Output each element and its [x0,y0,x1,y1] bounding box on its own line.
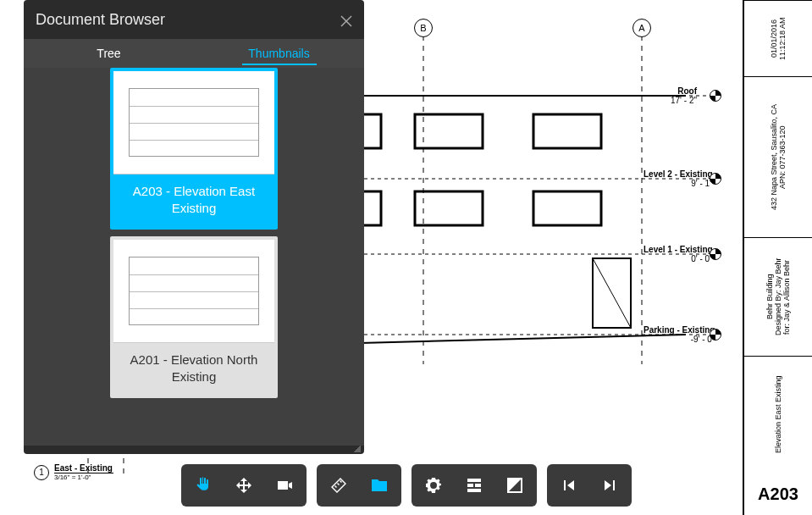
folder-icon [369,475,389,496]
properties-button[interactable] [454,466,494,505]
document-browser: Document Browser Tree Thumbnails A203 - … [24,0,364,454]
prev-sheet-button[interactable] [549,466,589,505]
callout-level1-label: Level 1 - Existing [644,245,713,254]
grid-bubble-a: A [632,19,651,37]
measure-button[interactable] [318,466,359,505]
svg-rect-11 [415,114,483,148]
thumbnail-card[interactable]: A203 - Elevation East Existing [110,68,278,230]
toolbar-group-paging [547,464,632,507]
thumbnail-label: A201 - Elevation North Existing [113,343,274,395]
contrast-icon [505,475,525,496]
thumbnails-list: A203 - Elevation East Existing A201 - El… [24,68,364,446]
toolbar-group-tools [317,464,401,507]
callout-level1-elev: 0' - 0" [644,254,713,263]
svg-line-17 [593,258,631,328]
callout-level2-label: Level 2 - Existing [644,169,713,179]
callout-roof-elev: 17' - 2" [671,96,697,105]
svg-rect-33 [467,489,481,492]
grid-bubble-b: B [414,19,433,37]
camera-button[interactable] [264,466,305,505]
document-browser-resize-handle[interactable] [24,446,364,454]
pan-button[interactable] [183,466,224,505]
section-marker: 1 East - Existing 3/16" = 1'-0" [34,463,113,481]
settings-button[interactable] [413,466,454,505]
section-title: East - Existing [54,463,113,473]
callout-roof-label: Roof [671,86,697,96]
tab-thumbnails[interactable]: Thumbnails [194,39,364,68]
model-structure-button[interactable] [494,466,535,505]
section-number: 1 [34,465,49,480]
thumbnail-preview [113,71,274,174]
properties-icon [464,475,484,496]
ruler-icon [329,475,349,496]
svg-rect-12 [533,114,601,148]
datum-mark-level1 [710,248,721,260]
camera-icon [274,475,295,496]
svg-rect-14 [415,191,483,225]
viewer-toolbar [181,464,632,507]
toolbar-group-nav [181,464,307,507]
close-icon[interactable] [340,14,352,25]
document-browser-tabs: Tree Thumbnails [24,39,364,68]
title-block-title: Elevation East Existing [744,356,812,473]
callout-parking-label: Parking - Existing [644,325,715,335]
title-block-address: 432 Napa Street, Sausalito, CA APN: 077-… [744,76,812,237]
section-scale: 3/16" = 1'-0" [54,473,113,481]
svg-rect-32 [475,484,481,487]
tab-tree[interactable]: Tree [24,39,194,68]
gear-icon [423,475,444,496]
document-browser-header: Document Browser [24,0,364,39]
fit-icon [234,475,254,496]
skip-previous-icon [559,475,579,496]
svg-rect-31 [467,484,473,487]
datum-mark-level2 [710,173,721,185]
title-block-sheet: A203 [744,473,812,515]
fit-button[interactable] [224,466,264,505]
callout-parking-elev: -9' - 0" [644,335,715,344]
svg-rect-30 [467,479,481,482]
title-block-project: Behr Building Designed By: Jay Behr for:… [744,237,812,356]
svg-rect-15 [533,191,601,225]
datum-mark-parking [710,329,721,341]
document-browser-title: Document Browser [36,11,165,29]
skip-next-icon [599,475,620,496]
toolbar-group-settings [412,464,537,507]
thumbnail-label: A203 - Elevation East Existing [113,174,274,226]
documents-button[interactable] [359,466,400,505]
title-block-date: 01/01/2016 11:12:18 AM [744,0,812,76]
title-block: 01/01/2016 11:12:18 AM 432 Napa Street, … [743,0,812,515]
thumbnail-card[interactable]: A201 - Elevation North Existing [110,236,278,398]
thumbnail-preview [113,240,274,343]
callout-level2-elev: 9' - 1" [644,179,713,188]
next-sheet-button[interactable] [589,466,630,505]
hand-icon [193,475,213,496]
datum-mark-roof [710,90,721,102]
